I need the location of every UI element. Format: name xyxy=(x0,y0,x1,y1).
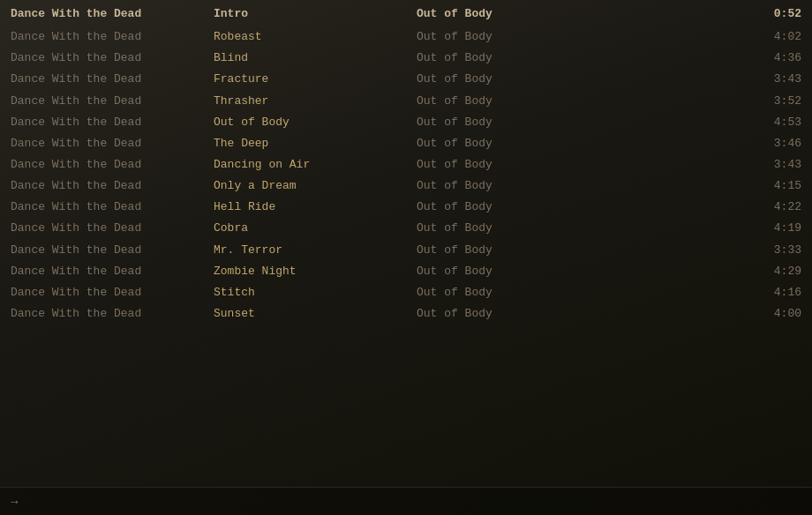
track-album: Out of Body xyxy=(417,28,620,46)
track-artist: Dance With the Dead xyxy=(11,263,214,280)
header-artist: Dance With the Dead xyxy=(11,5,214,23)
track-title: Blind xyxy=(214,49,417,67)
track-album: Out of Body xyxy=(417,198,620,216)
track-artist: Dance With the Dead xyxy=(11,198,214,216)
track-artist: Dance With the Dead xyxy=(11,156,214,174)
track-album: Out of Body xyxy=(417,135,620,153)
track-album: Out of Body xyxy=(417,156,620,174)
header-duration: 0:52 xyxy=(620,5,801,23)
track-album: Out of Body xyxy=(417,49,620,67)
track-artist: Dance With the Dead xyxy=(11,28,214,46)
table-row[interactable]: Dance With the DeadDancing on AirOut of … xyxy=(0,154,812,175)
track-album: Out of Body xyxy=(417,220,620,237)
track-album: Out of Body xyxy=(417,242,620,259)
header-title: Intro xyxy=(214,5,417,23)
track-duration: 4:29 xyxy=(620,263,801,280)
track-album: Out of Body xyxy=(417,71,620,88)
table-row[interactable]: Dance With the DeadFractureOut of Body3:… xyxy=(0,69,812,90)
track-duration: 4:53 xyxy=(620,114,801,131)
track-album: Out of Body xyxy=(417,263,620,280)
table-row[interactable]: Dance With the DeadOut of BodyOut of Bod… xyxy=(0,112,812,133)
track-duration: 4:00 xyxy=(620,305,801,323)
track-duration: 4:36 xyxy=(620,49,801,67)
track-title: Cobra xyxy=(214,220,417,237)
track-duration: 3:43 xyxy=(620,156,801,174)
track-album: Out of Body xyxy=(417,284,620,302)
track-list-header: Dance With the Dead Intro Out of Body 0:… xyxy=(0,4,812,25)
track-title: Robeast xyxy=(214,28,417,46)
track-artist: Dance With the Dead xyxy=(11,220,214,237)
track-duration: 3:52 xyxy=(620,93,801,110)
track-album: Out of Body xyxy=(417,177,620,195)
track-list: Dance With the Dead Intro Out of Body 0:… xyxy=(0,0,812,328)
track-duration: 3:43 xyxy=(620,71,801,88)
arrow-icon: → xyxy=(11,495,18,509)
table-row[interactable]: Dance With the DeadSunsetOut of Body4:00 xyxy=(0,303,812,325)
header-album: Out of Body xyxy=(417,5,620,23)
table-row[interactable]: Dance With the DeadStitchOut of Body4:16 xyxy=(0,282,812,303)
track-duration: 4:15 xyxy=(620,177,801,195)
track-title: Stitch xyxy=(214,284,417,302)
track-artist: Dance With the Dead xyxy=(11,71,214,88)
track-title: Hell Ride xyxy=(214,198,417,216)
table-row[interactable]: Dance With the DeadZombie NightOut of Bo… xyxy=(0,261,812,282)
track-title: Out of Body xyxy=(214,114,417,131)
track-title: Zombie Night xyxy=(214,263,417,280)
track-album: Out of Body xyxy=(417,93,620,110)
table-row[interactable]: Dance With the DeadOnly a DreamOut of Bo… xyxy=(0,175,812,197)
track-duration: 4:22 xyxy=(620,198,801,216)
track-artist: Dance With the Dead xyxy=(11,114,214,131)
track-title: Sunset xyxy=(214,305,417,323)
table-row[interactable]: Dance With the DeadHell RideOut of Body4… xyxy=(0,197,812,218)
bottom-bar: → xyxy=(0,487,812,515)
track-title: Fracture xyxy=(214,71,417,88)
track-album: Out of Body xyxy=(417,305,620,323)
track-title: Thrasher xyxy=(214,93,417,110)
table-row[interactable]: Dance With the DeadThrasherOut of Body3:… xyxy=(0,91,812,112)
track-artist: Dance With the Dead xyxy=(11,242,214,259)
track-artist: Dance With the Dead xyxy=(11,135,214,153)
table-row[interactable]: Dance With the DeadMr. TerrorOut of Body… xyxy=(0,240,812,261)
track-title: The Deep xyxy=(214,135,417,153)
table-row[interactable]: Dance With the DeadBlindOut of Body4:36 xyxy=(0,48,812,69)
track-duration: 4:16 xyxy=(620,284,801,302)
track-title: Only a Dream xyxy=(214,177,417,195)
track-title: Mr. Terror xyxy=(214,242,417,259)
track-artist: Dance With the Dead xyxy=(11,93,214,110)
track-artist: Dance With the Dead xyxy=(11,49,214,67)
track-duration: 3:33 xyxy=(620,242,801,259)
track-artist: Dance With the Dead xyxy=(11,177,214,195)
track-artist: Dance With the Dead xyxy=(11,284,214,302)
track-duration: 3:46 xyxy=(620,135,801,153)
table-row[interactable]: Dance With the DeadRobeastOut of Body4:0… xyxy=(0,26,812,48)
table-row[interactable]: Dance With the DeadCobraOut of Body4:19 xyxy=(0,218,812,239)
table-row[interactable]: Dance With the DeadThe DeepOut of Body3:… xyxy=(0,133,812,154)
track-title: Dancing on Air xyxy=(214,156,417,174)
track-duration: 4:02 xyxy=(620,28,801,46)
track-album: Out of Body xyxy=(417,114,620,131)
track-duration: 4:19 xyxy=(620,220,801,237)
track-artist: Dance With the Dead xyxy=(11,305,214,323)
